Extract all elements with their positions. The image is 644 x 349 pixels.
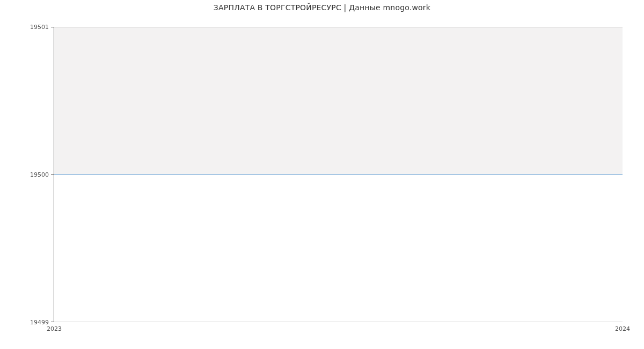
chart-container: ЗАРПЛАТА В ТОРГСТРОЙРЕСУРС | Данные mnog… [0, 0, 644, 349]
gridline-top [54, 27, 623, 27]
y-tick-mark [51, 27, 54, 27]
chart-title: ЗАРПЛАТА В ТОРГСТРОЙРЕСУРС | Данные mnog… [0, 3, 644, 12]
y-tick-label: 19501 [30, 24, 49, 31]
x-tick-label: 2024 [615, 325, 630, 332]
y-tick-label: 19500 [30, 171, 49, 178]
y-tick-mark [51, 322, 54, 322]
x-tick-label: 2023 [47, 325, 62, 332]
area-fill [54, 27, 623, 174]
y-tick-label: 19499 [30, 319, 49, 326]
series-line [54, 174, 623, 175]
y-tick-mark [51, 174, 54, 175]
gridline-bottom [54, 322, 623, 322]
plot-area: 19501 19500 19499 2023 2024 [54, 27, 623, 322]
